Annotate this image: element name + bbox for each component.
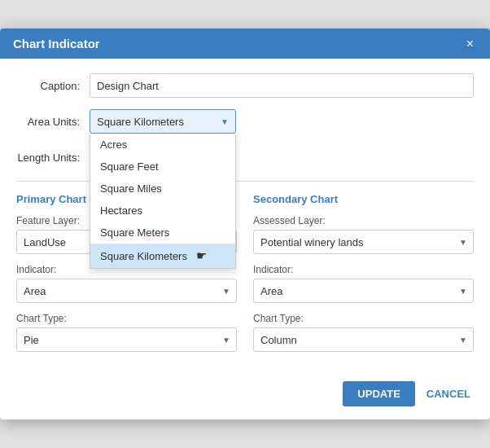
secondary-chart-type-label: Chart Type: [253, 313, 474, 324]
secondary-assessed-layer-select[interactable]: Potential winery lands [253, 230, 474, 254]
dialog-header: Chart Indicator × [0, 29, 490, 59]
caption-input[interactable] [90, 73, 474, 98]
area-units-option-square-meters[interactable]: Square Meters [90, 222, 235, 244]
secondary-chart-title: Secondary Chart [253, 193, 474, 205]
area-units-select-wrapper: Square Kilometers ▼ Acres Square Feet Sq… [90, 109, 236, 134]
secondary-chart-type-field: Chart Type: Column ▼ [253, 313, 474, 352]
secondary-assessed-layer-label: Assessed Layer: [253, 215, 474, 226]
secondary-indicator-label: Indicator: [253, 264, 474, 275]
area-units-option-square-kilometers[interactable]: Square Kilometers ☛ [90, 244, 235, 268]
secondary-chart-type-select-wrapper: Column ▼ [253, 327, 474, 352]
caption-label: Caption: [16, 80, 90, 92]
primary-chart-type-label: Chart Type: [16, 313, 237, 324]
area-units-option-square-miles[interactable]: Square Miles [90, 178, 235, 200]
secondary-chart-column: Secondary Chart Assessed Layer: Potentia… [253, 193, 474, 362]
area-units-chevron-icon: ▼ [221, 117, 229, 126]
dialog-body: Caption: Area Units: Square Kilometers ▼… [0, 59, 490, 373]
primary-chart-type-select[interactable]: Pie [16, 327, 237, 352]
secondary-assessed-layer-field: Assessed Layer: Potential winery lands ▼ [253, 215, 474, 254]
section-divider [16, 181, 474, 182]
area-units-option-acres[interactable]: Acres [90, 134, 235, 156]
chart-indicator-dialog: Chart Indicator × Caption: Area Units: S… [0, 29, 490, 419]
dialog-footer: UPDATE CANCEL [0, 373, 490, 419]
primary-chart-type-select-wrapper: Pie ▼ [16, 327, 237, 352]
length-units-label: Length Units: [16, 152, 90, 164]
area-units-label: Area Units: [16, 116, 90, 128]
secondary-indicator-field: Indicator: Area ▼ [253, 264, 474, 303]
area-units-row: Area Units: Square Kilometers ▼ Acres Sq… [16, 109, 474, 134]
cursor-icon: ☛ [196, 248, 207, 262]
primary-indicator-select-wrapper: Area ▼ [16, 279, 237, 303]
length-units-row: Length Units: [16, 145, 474, 169]
area-units-selected-value: Square Kilometers [97, 116, 184, 128]
area-units-dropdown-menu: Acres Square Feet Square Miles Hectares … [90, 134, 236, 269]
primary-chart-type-field: Chart Type: Pie ▼ [16, 313, 237, 352]
charts-section: Primary Chart Feature Layer: LandUse ▼ I… [16, 193, 474, 362]
area-units-dropdown-button[interactable]: Square Kilometers ▼ [90, 109, 236, 134]
cancel-button[interactable]: CANCEL [423, 381, 474, 406]
primary-indicator-field: Indicator: Area ▼ [16, 264, 237, 303]
area-units-option-hectares[interactable]: Hectares [90, 200, 235, 222]
primary-indicator-select[interactable]: Area [16, 279, 237, 303]
area-units-option-square-feet[interactable]: Square Feet [90, 156, 235, 178]
caption-row: Caption: [16, 73, 474, 98]
secondary-indicator-select[interactable]: Area [253, 279, 474, 303]
secondary-assessed-layer-select-wrapper: Potential winery lands ▼ [253, 230, 474, 254]
update-button[interactable]: UPDATE [343, 381, 414, 406]
secondary-indicator-select-wrapper: Area ▼ [253, 279, 474, 303]
close-button[interactable]: × [463, 37, 477, 51]
dialog-title: Chart Indicator [13, 37, 100, 51]
secondary-chart-type-select[interactable]: Column [253, 327, 474, 352]
